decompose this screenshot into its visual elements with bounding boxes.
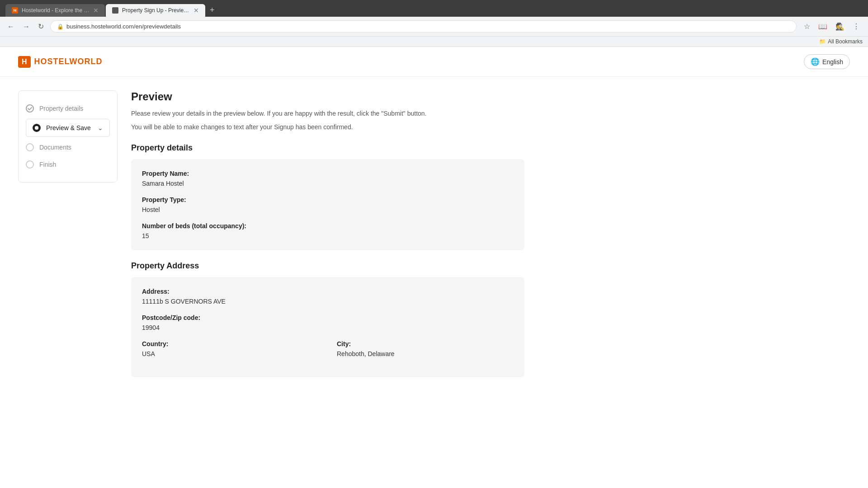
bookmarks-icon: 📁 <box>819 38 826 45</box>
browser-chrome: H Hostelworld - Explore the worl ✕ Prope… <box>0 0 868 17</box>
address-field: Address: 11111b S GOVERNORS AVE <box>142 288 514 305</box>
step-2-label: Preview & Save <box>46 124 91 131</box>
property-type-label: Property Type: <box>142 196 514 203</box>
back-button[interactable]: ← <box>5 21 16 33</box>
lock-icon: 🔒 <box>57 23 64 30</box>
country-value: USA <box>142 350 319 357</box>
tab-2-close[interactable]: ✕ <box>193 7 199 14</box>
svg-point-0 <box>26 105 33 112</box>
num-beds-value: 15 <box>142 232 514 239</box>
page: H HOSTELWORLD 🌐 English Property <box>0 47 868 454</box>
reload-button[interactable]: ↻ <box>36 20 46 33</box>
step-2-inner: Preview & Save <box>33 124 91 132</box>
num-beds-label: Number of beds (total occupancy): <box>142 222 514 230</box>
menu-button[interactable]: ⋮ <box>850 20 863 33</box>
country-field: Country: USA <box>142 340 319 357</box>
step-3-label: Documents <box>39 144 71 151</box>
sidebar: Property details Preview & Save ⌄ Docu <box>18 90 118 388</box>
address-value: 11111b S GOVERNORS AVE <box>142 298 514 305</box>
logo-icon: H <box>18 56 31 68</box>
city-value: Rehoboth, Delaware <box>337 350 514 357</box>
all-bookmarks[interactable]: 📁 All Bookmarks <box>819 38 863 45</box>
logo: H HOSTELWORLD <box>18 56 103 68</box>
city-field: City: Rehoboth, Delaware <box>337 340 514 366</box>
address-bar[interactable]: 🔒 business.hostelworld.com/en/previewdet… <box>50 20 797 33</box>
property-name-label: Property Name: <box>142 170 514 177</box>
country-city-row: Country: USA City: Rehoboth, Delaware <box>142 340 514 366</box>
step-4-radio <box>26 160 34 169</box>
browser-toolbar: ← → ↻ 🔒 business.hostelworld.com/en/prev… <box>0 17 868 37</box>
forward-button[interactable]: → <box>21 21 32 33</box>
logo-text: HOSTELWORLD <box>34 57 103 66</box>
globe-icon: 🌐 <box>811 57 820 66</box>
step-2-radio <box>33 124 41 132</box>
chevron-down-icon: ⌄ <box>98 124 103 131</box>
browser-tab-1[interactable]: H Hostelworld - Explore the worl ✕ <box>5 4 105 17</box>
bookmarks-bar: 📁 All Bookmarks <box>0 37 868 47</box>
step-1-radio <box>26 104 34 113</box>
content-area: Preview Please review your details in th… <box>131 90 524 388</box>
language-label: English <box>822 58 843 66</box>
city-label: City: <box>337 340 514 347</box>
property-name-value: Samara Hostel <box>142 180 514 187</box>
address-label: Address: <box>142 288 514 295</box>
sidebar-step-finish[interactable]: Finish <box>26 156 110 173</box>
site-header: H HOSTELWORLD 🌐 English <box>0 47 868 77</box>
toolbar-actions: ☆ 📖 🕵 ⋮ <box>801 20 863 33</box>
country-label: Country: <box>142 340 319 347</box>
postcode-label: Postcode/Zip code: <box>142 314 514 321</box>
reading-list-button[interactable]: 📖 <box>816 20 830 33</box>
step-3-radio <box>26 143 34 151</box>
browser-tab-2[interactable]: Property Sign Up - Preview an... ✕ <box>106 4 205 17</box>
preview-description-line2: You will be able to make changes to text… <box>131 122 524 132</box>
property-details-section-title: Property details <box>131 143 524 153</box>
sidebar-step-property-details[interactable]: Property details <box>26 100 110 117</box>
sidebar-step-documents[interactable]: Documents <box>26 139 110 156</box>
postcode-field: Postcode/Zip code: 19904 <box>142 314 514 331</box>
tab-1-close[interactable]: ✕ <box>93 7 99 14</box>
url-text: business.hostelworld.com/en/previewdetai… <box>66 23 790 30</box>
browser-tabs: H Hostelworld - Explore the worl ✕ Prope… <box>5 4 863 17</box>
step-4-label: Finish <box>39 161 56 168</box>
language-button[interactable]: 🌐 English <box>804 54 850 69</box>
bookmark-star-button[interactable]: ☆ <box>801 20 813 33</box>
sidebar-step-preview-save[interactable]: Preview & Save ⌄ <box>26 119 110 137</box>
property-name-field: Property Name: Samara Hostel <box>142 170 514 187</box>
tab-1-title: Hostelworld - Explore the worl <box>22 7 90 14</box>
property-type-value: Hostel <box>142 206 514 213</box>
page-title: Preview <box>131 90 524 103</box>
tab-2-favicon <box>112 7 118 14</box>
property-type-field: Property Type: Hostel <box>142 196 514 213</box>
main-content: Property details Preview & Save ⌄ Docu <box>0 77 542 402</box>
preview-description-line1: Please review your details in the previe… <box>131 108 524 118</box>
num-beds-field: Number of beds (total occupancy): 15 <box>142 222 514 239</box>
tab-2-title: Property Sign Up - Preview an... <box>122 7 190 14</box>
step-1-label: Property details <box>39 105 83 112</box>
new-tab-button[interactable]: + <box>206 4 218 17</box>
check-icon <box>26 104 34 113</box>
sidebar-card: Property details Preview & Save ⌄ Docu <box>18 90 118 183</box>
property-address-card: Address: 11111b S GOVERNORS AVE Postcode… <box>131 277 524 377</box>
property-details-card: Property Name: Samara Hostel Property Ty… <box>131 159 524 250</box>
property-address-section-title: Property Address <box>131 261 524 271</box>
incognito-button[interactable]: 🕵 <box>833 20 847 33</box>
postcode-value: 19904 <box>142 324 514 331</box>
tab-1-favicon: H <box>12 7 18 14</box>
